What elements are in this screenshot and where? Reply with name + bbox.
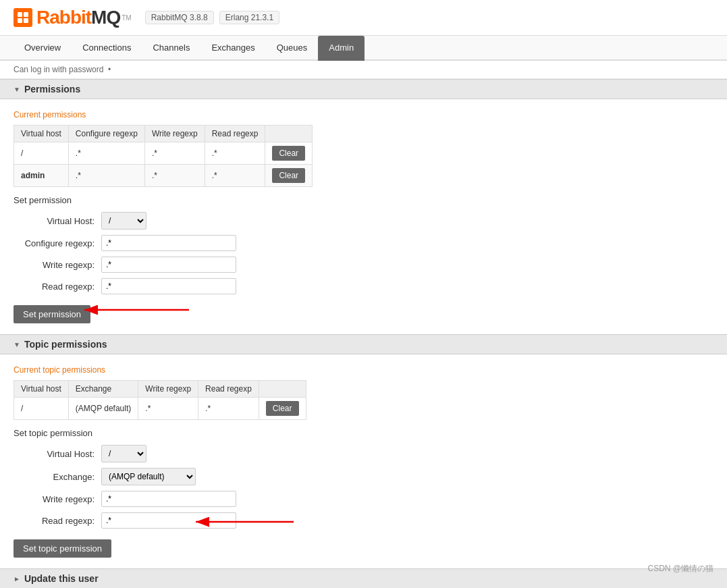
topic-read-group: Read regexp: (14, 512, 713, 529)
topic-write-0: .* (138, 398, 198, 420)
nav-channels[interactable]: Channels (142, 36, 200, 61)
svg-rect-0 (18, 12, 22, 17)
topic-permissions-section-header[interactable]: ▼ Topic permissions (0, 334, 727, 354)
perm-read-0: .* (205, 142, 265, 165)
version-badges: RabbitMQ 3.8.8 Erlang 21.3.1 (145, 11, 279, 24)
topic-write-input[interactable] (101, 491, 236, 507)
nav-connections[interactable]: Connections (72, 36, 142, 61)
main-nav: Overview Connections Channels Exchanges … (0, 36, 727, 61)
topic-col-read: Read regexp (198, 381, 259, 398)
svg-rect-1 (24, 12, 28, 17)
perm-configure-0: .* (68, 142, 144, 165)
svg-rect-3 (24, 18, 28, 23)
app-header: RabbitMQ TM RabbitMQ 3.8.8 Erlang 21.3.1 (0, 0, 727, 36)
permissions-section-header[interactable]: ▼ Permissions (0, 79, 727, 99)
perm-write-label: Write regexp: (14, 260, 101, 270)
nav-admin[interactable]: Admin (318, 36, 365, 61)
perm-configure-group: Configure regexp: (14, 235, 713, 251)
watermark: CSDN @懒情の猫 (647, 563, 713, 574)
set-permission-button[interactable]: Set permission (14, 305, 90, 323)
table-row: / (AMQP default) .* .* Clear (14, 398, 306, 420)
logo: RabbitMQ TM (14, 7, 132, 28)
topic-permissions-collapse-icon: ▼ (14, 341, 20, 348)
permissions-table: Virtual host Configure regexp Write rege… (14, 125, 313, 187)
logo-icon (14, 8, 32, 27)
topic-exchange-select[interactable]: (AMQP default) (101, 468, 196, 485)
topic-vhost-label: Virtual Host: (14, 449, 101, 459)
svg-rect-2 (18, 18, 22, 23)
col-read: Read regexp (205, 126, 265, 142)
perm-vhost-1: admin (14, 165, 69, 187)
topic-read-label: Read regexp: (14, 516, 101, 526)
clear-perm-0-button[interactable]: Clear (272, 146, 305, 161)
topic-vhost-select[interactable]: / admin (101, 445, 146, 462)
permissions-section-title: Permissions (24, 84, 80, 95)
col-action (265, 126, 313, 142)
topic-read-0: .* (198, 398, 259, 420)
topic-col-exchange: Exchange (68, 381, 138, 398)
topic-vhost-0: / (14, 398, 69, 420)
perm-read-input[interactable] (101, 278, 236, 294)
logo-text: RabbitMQ (36, 7, 120, 28)
update-user-section: ► Update this user (0, 568, 727, 588)
current-topic-permissions-label: Current topic permissions (14, 365, 713, 375)
col-configure: Configure regexp (68, 126, 144, 142)
topic-col-write: Write regexp (138, 381, 198, 398)
topic-col-vhost: Virtual host (14, 381, 69, 398)
update-user-collapse-icon: ► (14, 575, 20, 583)
perm-vhost-label: Virtual Host: (14, 216, 101, 226)
topic-vhost-group: Virtual Host: / admin (14, 445, 713, 462)
perm-vhost-select[interactable]: / admin (101, 212, 146, 230)
topic-write-group: Write regexp: (14, 491, 713, 507)
clear-topic-perm-0-button[interactable]: Clear (266, 401, 299, 416)
nav-overview[interactable]: Overview (14, 36, 72, 61)
topic-exchange-label: Exchange: (14, 472, 101, 482)
breadcrumb: Can log in with password • (0, 61, 727, 79)
permissions-content: Current permissions Virtual host Configu… (0, 99, 727, 334)
perm-read-1: .* (205, 165, 265, 187)
col-vhost: Virtual host (14, 126, 69, 142)
perm-read-group: Read regexp: (14, 278, 713, 294)
set-permission-btn-wrapper: Set permission (14, 300, 90, 323)
perm-write-1: .* (144, 165, 205, 187)
update-user-title: Update this user (24, 573, 99, 584)
perm-configure-input[interactable] (101, 235, 236, 251)
permissions-section: ▼ Permissions Current permissions Virtua… (0, 79, 727, 334)
perm-write-input[interactable] (101, 257, 236, 273)
perm-vhost-0: / (14, 142, 69, 165)
perm-vhost-group: Virtual Host: / admin (14, 212, 713, 230)
topic-read-input[interactable] (101, 512, 236, 529)
topic-permissions-content: Current topic permissions Virtual host E… (0, 354, 727, 568)
topic-exchange-group: Exchange: (AMQP default) (14, 468, 713, 485)
nav-exchanges[interactable]: Exchanges (200, 36, 265, 61)
logo-tm: TM (122, 14, 131, 22)
topic-exchange-0: (AMQP default) (68, 398, 138, 420)
topic-col-action (259, 381, 306, 398)
table-row: admin .* .* .* Clear (14, 165, 313, 187)
perm-read-label: Read regexp: (14, 282, 101, 292)
topic-permissions-table: Virtual host Exchange Write regexp Read … (14, 380, 306, 420)
set-topic-permission-title: Set topic permission (14, 428, 713, 438)
set-permission-title: Set permission (14, 195, 713, 205)
current-permissions-label: Current permissions (14, 110, 713, 119)
clear-perm-1-button[interactable]: Clear (272, 168, 305, 183)
topic-permissions-section: ▼ Topic permissions Current topic permis… (0, 334, 727, 568)
set-topic-permission-button[interactable]: Set topic permission (14, 539, 111, 558)
nav-queues[interactable]: Queues (266, 36, 319, 61)
perm-write-0: .* (144, 142, 205, 165)
table-row: / .* .* .* Clear (14, 142, 313, 165)
rabbitmq-version-badge: RabbitMQ 3.8.8 (145, 11, 214, 24)
perm-configure-label: Configure regexp: (14, 238, 101, 248)
arrow-annotation-1 (74, 296, 196, 323)
perm-configure-1: .* (68, 165, 144, 187)
permissions-collapse-icon: ▼ (14, 86, 20, 93)
perm-write-group: Write regexp: (14, 257, 713, 273)
topic-write-label: Write regexp: (14, 494, 101, 504)
update-user-header[interactable]: ► Update this user (0, 568, 727, 588)
topic-permissions-section-title: Topic permissions (24, 339, 107, 350)
col-write: Write regexp (144, 126, 205, 142)
erlang-version-badge: Erlang 21.3.1 (219, 11, 279, 24)
